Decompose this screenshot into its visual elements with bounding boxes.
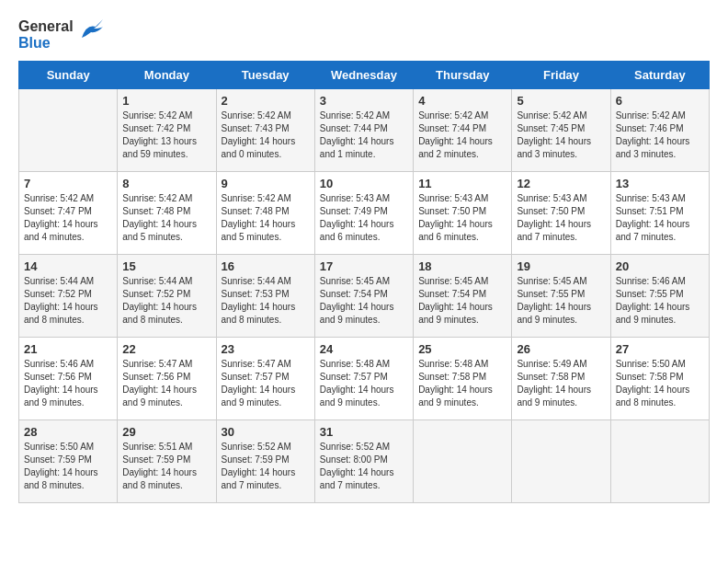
day-info: Sunrise: 5:50 AM Sunset: 7:58 PM Dayligh… (616, 358, 704, 409)
calendar-cell (512, 420, 610, 503)
day-number: 16 (222, 259, 310, 273)
day-number: 25 (418, 342, 506, 356)
calendar-cell (19, 89, 118, 172)
day-info: Sunrise: 5:42 AM Sunset: 7:46 PM Dayligh… (616, 109, 704, 161)
day-info: Sunrise: 5:42 AM Sunset: 7:48 PM Dayligh… (122, 192, 210, 244)
calendar-cell: 4Sunrise: 5:42 AM Sunset: 7:44 PM Daylig… (414, 89, 512, 172)
day-info: Sunrise: 5:42 AM Sunset: 7:43 PM Dayligh… (222, 109, 310, 161)
day-number: 27 (616, 342, 704, 356)
day-number: 8 (122, 177, 210, 190)
day-number: 5 (517, 94, 605, 108)
logo-bird-icon (77, 19, 105, 42)
day-number: 11 (418, 177, 506, 190)
day-number: 26 (517, 342, 605, 356)
calendar-cell: 24Sunrise: 5:48 AM Sunset: 7:57 PM Dayli… (314, 338, 413, 420)
calendar-cell: 22Sunrise: 5:47 AM Sunset: 7:56 PM Dayli… (118, 338, 216, 420)
logo-wrapper: General Blue (18, 18, 105, 52)
day-number: 13 (616, 177, 704, 190)
day-number: 2 (222, 94, 310, 108)
day-number: 23 (222, 342, 310, 356)
logo-text-blue: Blue (18, 35, 51, 52)
calendar-cell (414, 420, 512, 503)
calendar-cell: 29Sunrise: 5:51 AM Sunset: 7:59 PM Dayli… (118, 420, 216, 503)
calendar-cell: 12Sunrise: 5:43 AM Sunset: 7:50 PM Dayli… (512, 172, 610, 255)
weekday-header: Sunday (19, 62, 118, 89)
day-number: 4 (418, 94, 506, 108)
day-number: 3 (320, 94, 408, 108)
day-number: 21 (24, 342, 112, 356)
calendar-cell: 1Sunrise: 5:42 AM Sunset: 7:42 PM Daylig… (118, 89, 216, 172)
calendar-cell: 20Sunrise: 5:46 AM Sunset: 7:55 PM Dayli… (610, 255, 709, 338)
day-info: Sunrise: 5:45 AM Sunset: 7:54 PM Dayligh… (418, 275, 506, 327)
weekday-header: Saturday (610, 62, 709, 89)
page-header: General Blue (18, 18, 710, 52)
day-number: 15 (122, 259, 210, 273)
calendar-cell: 14Sunrise: 5:44 AM Sunset: 7:52 PM Dayli… (19, 255, 118, 338)
calendar-cell: 7Sunrise: 5:42 AM Sunset: 7:47 PM Daylig… (19, 172, 118, 255)
calendar-week-row: 1Sunrise: 5:42 AM Sunset: 7:42 PM Daylig… (19, 89, 710, 172)
calendar-cell: 28Sunrise: 5:50 AM Sunset: 7:59 PM Dayli… (19, 420, 118, 503)
calendar-cell: 9Sunrise: 5:42 AM Sunset: 7:48 PM Daylig… (216, 172, 314, 255)
day-info: Sunrise: 5:46 AM Sunset: 7:55 PM Dayligh… (616, 275, 704, 327)
day-number: 1 (122, 94, 210, 108)
day-number: 18 (418, 259, 506, 273)
calendar-cell: 11Sunrise: 5:43 AM Sunset: 7:50 PM Dayli… (414, 172, 512, 255)
weekday-header-row: SundayMondayTuesdayWednesdayThursdayFrid… (19, 62, 710, 89)
calendar-cell: 25Sunrise: 5:48 AM Sunset: 7:58 PM Dayli… (414, 338, 512, 420)
calendar-week-row: 28Sunrise: 5:50 AM Sunset: 7:59 PM Dayli… (19, 420, 710, 503)
day-info: Sunrise: 5:45 AM Sunset: 7:54 PM Dayligh… (320, 275, 408, 327)
day-number: 10 (320, 177, 408, 190)
day-info: Sunrise: 5:52 AM Sunset: 8:00 PM Dayligh… (320, 441, 408, 492)
calendar-cell: 27Sunrise: 5:50 AM Sunset: 7:58 PM Dayli… (610, 338, 709, 420)
calendar-cell: 15Sunrise: 5:44 AM Sunset: 7:52 PM Dayli… (118, 255, 216, 338)
day-info: Sunrise: 5:45 AM Sunset: 7:55 PM Dayligh… (517, 275, 605, 327)
calendar-cell: 31Sunrise: 5:52 AM Sunset: 8:00 PM Dayli… (314, 420, 413, 503)
day-number: 12 (517, 177, 605, 190)
day-number: 20 (616, 259, 704, 273)
weekday-header: Friday (512, 62, 610, 89)
calendar-cell: 13Sunrise: 5:43 AM Sunset: 7:51 PM Dayli… (610, 172, 709, 255)
calendar-cell: 21Sunrise: 5:46 AM Sunset: 7:56 PM Dayli… (19, 338, 118, 420)
calendar-cell: 23Sunrise: 5:47 AM Sunset: 7:57 PM Dayli… (216, 338, 314, 420)
day-info: Sunrise: 5:51 AM Sunset: 7:59 PM Dayligh… (122, 441, 210, 492)
day-number: 9 (222, 177, 310, 190)
day-number: 30 (222, 425, 310, 439)
day-info: Sunrise: 5:42 AM Sunset: 7:42 PM Dayligh… (122, 109, 210, 161)
calendar-cell: 2Sunrise: 5:42 AM Sunset: 7:43 PM Daylig… (216, 89, 314, 172)
calendar-cell: 10Sunrise: 5:43 AM Sunset: 7:49 PM Dayli… (314, 172, 413, 255)
calendar-cell: 17Sunrise: 5:45 AM Sunset: 7:54 PM Dayli… (314, 255, 413, 338)
day-info: Sunrise: 5:49 AM Sunset: 7:58 PM Dayligh… (517, 358, 605, 409)
calendar-cell: 19Sunrise: 5:45 AM Sunset: 7:55 PM Dayli… (512, 255, 610, 338)
day-info: Sunrise: 5:44 AM Sunset: 7:52 PM Dayligh… (24, 275, 112, 327)
day-info: Sunrise: 5:42 AM Sunset: 7:45 PM Dayligh… (517, 109, 605, 161)
calendar-cell: 5Sunrise: 5:42 AM Sunset: 7:45 PM Daylig… (512, 89, 610, 172)
day-number: 24 (320, 342, 408, 356)
day-info: Sunrise: 5:52 AM Sunset: 7:59 PM Dayligh… (222, 441, 310, 492)
day-info: Sunrise: 5:42 AM Sunset: 7:44 PM Dayligh… (320, 109, 408, 161)
logo-text-general: General (18, 18, 74, 35)
calendar-cell: 16Sunrise: 5:44 AM Sunset: 7:53 PM Dayli… (216, 255, 314, 338)
calendar-cell: 3Sunrise: 5:42 AM Sunset: 7:44 PM Daylig… (314, 89, 413, 172)
day-info: Sunrise: 5:44 AM Sunset: 7:53 PM Dayligh… (222, 275, 310, 327)
day-info: Sunrise: 5:48 AM Sunset: 7:57 PM Dayligh… (320, 358, 408, 409)
weekday-header: Thursday (414, 62, 512, 89)
day-number: 6 (616, 94, 704, 108)
weekday-header: Wednesday (314, 62, 413, 89)
calendar-week-row: 7Sunrise: 5:42 AM Sunset: 7:47 PM Daylig… (19, 172, 710, 255)
weekday-header: Tuesday (216, 62, 314, 89)
calendar-cell (610, 420, 709, 503)
calendar-cell: 30Sunrise: 5:52 AM Sunset: 7:59 PM Dayli… (216, 420, 314, 503)
calendar-table: SundayMondayTuesdayWednesdayThursdayFrid… (18, 61, 710, 503)
day-info: Sunrise: 5:43 AM Sunset: 7:51 PM Dayligh… (616, 192, 704, 244)
calendar-week-row: 14Sunrise: 5:44 AM Sunset: 7:52 PM Dayli… (19, 255, 710, 338)
day-info: Sunrise: 5:46 AM Sunset: 7:56 PM Dayligh… (24, 358, 112, 409)
day-number: 29 (122, 425, 210, 439)
day-info: Sunrise: 5:48 AM Sunset: 7:58 PM Dayligh… (418, 358, 506, 409)
day-info: Sunrise: 5:50 AM Sunset: 7:59 PM Dayligh… (24, 441, 112, 492)
day-info: Sunrise: 5:47 AM Sunset: 7:57 PM Dayligh… (222, 358, 310, 409)
calendar-week-row: 21Sunrise: 5:46 AM Sunset: 7:56 PM Dayli… (19, 338, 710, 420)
day-number: 17 (320, 259, 408, 273)
day-number: 28 (24, 425, 112, 439)
day-number: 31 (320, 425, 408, 439)
calendar-cell: 18Sunrise: 5:45 AM Sunset: 7:54 PM Dayli… (414, 255, 512, 338)
